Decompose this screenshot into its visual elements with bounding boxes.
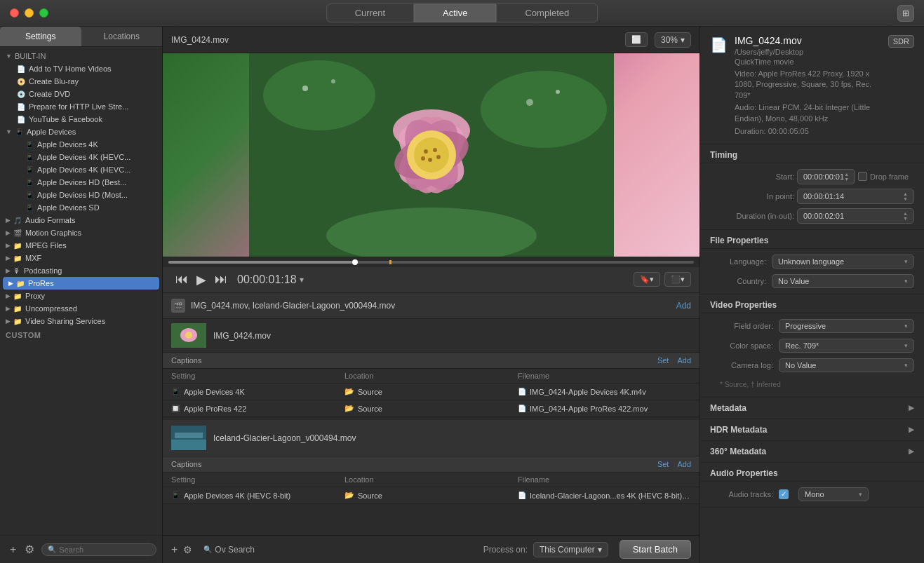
sidebar-item-apple-hd-most[interactable]: 📱 Apple Devices HD (Most... bbox=[0, 189, 162, 201]
sidebar-item-blu-ray[interactable]: 📀 Create Blu-ray bbox=[0, 75, 162, 88]
captions-row-1: Captions Set Add bbox=[163, 353, 699, 369]
sidebar-search-box[interactable]: 🔍 bbox=[41, 543, 156, 556]
sidebar-item-apple-hd-best[interactable]: 📱 Apple Devices HD (Best... bbox=[0, 176, 162, 189]
process-dropdown[interactable]: This Computer ▾ bbox=[533, 542, 608, 557]
duration-time: 00:00:02:01 bbox=[803, 212, 844, 220]
sidebar-section-builtin[interactable]: ▼ BUILT-IN bbox=[0, 50, 162, 62]
file-info-audio: Audio: Linear PCM, 24-bit Integer (Littl… bbox=[735, 102, 881, 124]
sidebar-item-add-tv[interactable]: 📄 Add to TV Home Videos bbox=[0, 62, 162, 75]
360-metadata-section: 360° Metadata ▶ bbox=[700, 441, 924, 463]
audio-arrow: ▶ bbox=[6, 217, 11, 224]
zoom-control[interactable]: 30% ▾ bbox=[655, 32, 691, 48]
sidebar-group-motion-graphics[interactable]: ▶ 🎬 Motion Graphics bbox=[0, 226, 162, 239]
output-row-2-1[interactable]: 📱 Apple Devices 4K (HEVC 8-bit) 📂 Source… bbox=[163, 487, 699, 504]
timing-start-row: Start: 00:00:00:01 ▲ ▼ Drop frame bbox=[710, 169, 914, 184]
color-space-row: Color space: Rec. 709* ▾ bbox=[710, 339, 914, 353]
captions-add-1[interactable]: Add bbox=[677, 356, 691, 365]
sidebar-group-audio-formats[interactable]: ▶ 🎵 Audio Formats bbox=[0, 214, 162, 226]
start-value[interactable]: 00:00:00:01 ▲ ▼ bbox=[797, 169, 855, 184]
aspect-ratio-btn[interactable]: ⬜ bbox=[625, 32, 648, 47]
sidebar-item-dvd[interactable]: 💿 Create DVD bbox=[0, 88, 162, 100]
jobs-area: 🎬 IMG_0424.mov, Iceland-Glacier-Lagoon_v… bbox=[163, 293, 699, 535]
job-header-1[interactable]: 🎬 IMG_0424.mov, Iceland-Glacier-Lagoon_v… bbox=[163, 293, 699, 319]
inpoint-label: In point: bbox=[710, 192, 794, 201]
sidebar-item-apple-4k-hevc1[interactable]: 📱 Apple Devices 4K (HEVC... bbox=[0, 151, 162, 163]
bottom-add-button[interactable]: + bbox=[171, 543, 178, 556]
svg-point-22 bbox=[556, 90, 560, 94]
output-row-1-1[interactable]: 📱 Apple Devices 4K 📂 Source 📄 IMG_0424-A… bbox=[163, 384, 699, 400]
sidebar: Settings Locations ▼ BUILT-IN 📄 Add to T… bbox=[0, 27, 163, 563]
builtin-label: BUILT-IN bbox=[15, 52, 46, 60]
tab-completed[interactable]: Completed bbox=[496, 4, 598, 22]
minimize-button[interactable] bbox=[25, 8, 34, 18]
sidebar-item-apple-4k-hevc2[interactable]: 📱 Apple Devices 4K (HEVC... bbox=[0, 163, 162, 176]
inpoint-arrows: ▲ ▼ bbox=[903, 191, 908, 201]
builtin-arrow: ▼ bbox=[6, 53, 12, 60]
language-dropdown[interactable]: Unknown language ▾ bbox=[772, 255, 914, 269]
skip-forward-button[interactable]: ⏭ bbox=[210, 272, 232, 287]
color-space-dropdown[interactable]: Rec. 709* ▾ bbox=[779, 339, 914, 353]
sidebar-group-proxy[interactable]: ▶ 📁 Proxy bbox=[0, 290, 162, 302]
field-order-dropdown[interactable]: Progressive ▾ bbox=[779, 319, 914, 333]
country-dropdown[interactable]: No Value ▾ bbox=[772, 274, 914, 288]
sidebar-item-label: Create Blu-ray bbox=[29, 77, 79, 86]
setting-label: Apple ProRes 422 bbox=[184, 405, 246, 413]
setting-label: Apple Devices 4K bbox=[184, 388, 245, 396]
inpoint-value[interactable]: 00:00:01:14 ▲ ▼ bbox=[797, 189, 914, 204]
play-button[interactable]: ▶ bbox=[192, 272, 210, 287]
captions-set-2[interactable]: Set bbox=[657, 460, 669, 468]
sidebar-group-podcasting[interactable]: ▶ 🎙 Podcasting bbox=[0, 264, 162, 277]
motion-icon: 🎬 bbox=[13, 229, 22, 237]
output-row-1-2[interactable]: 🔲 Apple ProRes 422 📂 Source 📄 IMG_0424-A… bbox=[163, 400, 699, 417]
sidebar-group-mpeg[interactable]: ▶ 📁 MPEG Files bbox=[0, 239, 162, 252]
output-location-1-1: 📂 Source bbox=[344, 387, 518, 396]
audio-tracks-dropdown[interactable]: Mono ▾ bbox=[798, 487, 869, 501]
360-metadata-header[interactable]: 360° Metadata ▶ bbox=[700, 441, 924, 462]
duration-arrows: ▲ ▼ bbox=[903, 211, 908, 221]
sidebar-tab-settings[interactable]: Settings bbox=[0, 27, 81, 46]
job-add-button-1[interactable]: Add bbox=[676, 301, 691, 311]
tab-current[interactable]: Current bbox=[326, 4, 414, 22]
sidebar-group-mxf[interactable]: ▶ 📁 MXF bbox=[0, 252, 162, 264]
scrubber[interactable] bbox=[163, 257, 699, 267]
sidebar-group-prores[interactable]: ▶ 📁 ProRes bbox=[3, 277, 159, 290]
sidebar-tab-locations[interactable]: Locations bbox=[81, 27, 163, 46]
drop-frame-control[interactable]: Drop frame bbox=[858, 172, 914, 181]
prores-icon: 📁 bbox=[16, 280, 25, 287]
sidebar-item-http-live[interactable]: 📄 Prepare for HTTP Live Stre... bbox=[0, 100, 162, 113]
sidebar-group-video-sharing[interactable]: ▶ 📁 Video Sharing Services bbox=[0, 315, 162, 327]
captions-button[interactable]: ⬛▾ bbox=[664, 272, 691, 287]
camera-log-dropdown[interactable]: No Value ▾ bbox=[779, 358, 914, 372]
bottom-gear-button[interactable]: ⚙ bbox=[183, 544, 192, 555]
time-dropdown[interactable]: ▾ bbox=[300, 275, 304, 285]
sidebar-gear-button[interactable]: ⚙ bbox=[20, 541, 39, 557]
grid-icon-button[interactable]: ⊞ bbox=[897, 5, 914, 22]
captions-set-1[interactable]: Set bbox=[657, 356, 669, 365]
sidebar-item-youtube-facebook[interactable]: 📄 YouTube & Facebook bbox=[0, 113, 162, 126]
hdr-metadata-header[interactable]: HDR Metadata ▶ bbox=[700, 419, 924, 440]
apple-devices-arrow: ▼ bbox=[6, 128, 12, 135]
sidebar-item-apple-4k[interactable]: 📱 Apple Devices 4K bbox=[0, 138, 162, 151]
video-preview bbox=[163, 53, 699, 257]
duration-value[interactable]: 00:00:02:01 ▲ ▼ bbox=[797, 208, 914, 224]
captions-add-2[interactable]: Add bbox=[677, 460, 691, 468]
sidebar-group-uncompressed[interactable]: ▶ 📁 Uncompressed bbox=[0, 302, 162, 315]
col-setting-2: Setting bbox=[171, 475, 344, 484]
sidebar-item-apple-sd[interactable]: 📱 Apple Devices SD bbox=[0, 201, 162, 214]
job-thumbnail-2 bbox=[171, 426, 206, 450]
sidebar-group-apple-devices[interactable]: ▼ 📱 Apple Devices bbox=[0, 126, 162, 138]
drop-frame-checkbox[interactable] bbox=[858, 172, 867, 181]
tab-active[interactable]: Active bbox=[414, 4, 496, 22]
sidebar-search-input[interactable] bbox=[59, 545, 150, 554]
audio-tracks-checkbox[interactable]: ✓ bbox=[779, 489, 789, 499]
job-header-2[interactable]: Iceland-Glacier-Lagoon_v000494.mov bbox=[163, 420, 699, 456]
skip-back-button[interactable]: ⏮ bbox=[171, 272, 192, 287]
close-button[interactable] bbox=[10, 8, 19, 18]
start-batch-button[interactable]: Start Batch bbox=[620, 540, 691, 559]
metadata-header[interactable]: Metadata ▶ bbox=[700, 398, 924, 419]
maximize-button[interactable] bbox=[39, 8, 48, 18]
video-sharing-arrow: ▶ bbox=[6, 318, 11, 325]
field-order-value: Progressive bbox=[785, 322, 826, 330]
sidebar-add-button[interactable]: + bbox=[6, 542, 20, 557]
bookmark-button[interactable]: 🔖▾ bbox=[634, 272, 660, 287]
